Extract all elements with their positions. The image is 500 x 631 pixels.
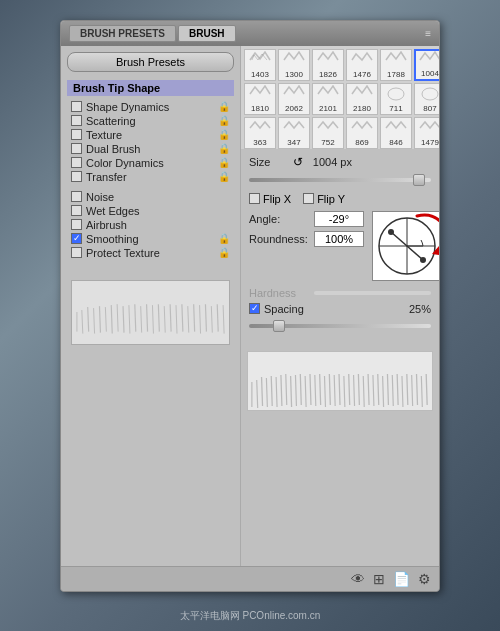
brush-cell-1479[interactable]: 1479 bbox=[414, 117, 439, 149]
svg-line-18 bbox=[182, 304, 183, 331]
option-shape-dynamics[interactable]: Shape Dynamics 🔒 bbox=[67, 100, 234, 114]
lock-icon-transfer: 🔒 bbox=[218, 171, 230, 182]
option-wet-edges[interactable]: Wet Edges bbox=[67, 204, 234, 218]
spacing-slider-container[interactable] bbox=[249, 319, 431, 333]
angle-input[interactable] bbox=[314, 211, 364, 227]
panel-menu-icon[interactable]: ≡ bbox=[425, 28, 431, 39]
svg-line-46 bbox=[305, 376, 306, 407]
hardness-slider[interactable] bbox=[314, 291, 431, 295]
brush-cell-1810[interactable]: 1810 bbox=[244, 83, 276, 115]
spacing-slider-thumb[interactable] bbox=[273, 320, 285, 332]
brush-preview-807 bbox=[416, 84, 439, 104]
label-dual-brush: Dual Brush bbox=[86, 143, 140, 155]
svg-line-55 bbox=[349, 374, 350, 405]
svg-line-52 bbox=[334, 375, 335, 406]
brush-size-1810: 1810 bbox=[251, 104, 269, 113]
hardness-label: Hardness bbox=[249, 287, 314, 299]
brush-cell-1476[interactable]: 1476 bbox=[346, 49, 378, 81]
checkbox-texture[interactable] bbox=[71, 129, 82, 140]
brush-cell-1004[interactable]: 1004 bbox=[414, 49, 439, 81]
brush-cell-1300[interactable]: 1300 bbox=[278, 49, 310, 81]
right-controls: Size ↺ 1004 px Flip X Flip Y bbox=[241, 149, 439, 347]
checkbox-shape-dynamics[interactable] bbox=[71, 101, 82, 112]
checkbox-flip-x[interactable] bbox=[249, 193, 260, 204]
svg-line-61 bbox=[378, 374, 379, 405]
checkbox-wet-edges[interactable] bbox=[71, 205, 82, 216]
size-row: Size ↺ 1004 px bbox=[249, 155, 431, 169]
brush-preview-1810 bbox=[246, 84, 274, 104]
option-noise[interactable]: Noise bbox=[67, 190, 234, 204]
reset-size-icon[interactable]: ↺ bbox=[293, 155, 303, 169]
option-texture[interactable]: Texture 🔒 bbox=[67, 128, 234, 142]
option-dual-brush[interactable]: Dual Brush 🔒 bbox=[67, 142, 234, 156]
checkbox-protect-texture[interactable] bbox=[71, 247, 82, 258]
svg-line-13 bbox=[152, 305, 153, 333]
grid-icon[interactable]: ⊞ bbox=[373, 571, 385, 587]
brush-cell-846[interactable]: 846 bbox=[380, 117, 412, 149]
document-icon[interactable]: 📄 bbox=[393, 571, 410, 587]
brush-cell-363[interactable]: 363 bbox=[244, 117, 276, 149]
brush-cell-2062[interactable]: 2062 bbox=[278, 83, 310, 115]
svg-line-22 bbox=[205, 304, 206, 331]
eye-icon[interactable]: 👁 bbox=[351, 571, 365, 587]
checkbox-flip-y[interactable] bbox=[303, 193, 314, 204]
roundness-input[interactable] bbox=[314, 231, 364, 247]
tab-brush-presets[interactable]: BRUSH PRESETS bbox=[69, 25, 176, 42]
brush-preview-846 bbox=[382, 118, 410, 138]
label-airbrush: Airbrush bbox=[86, 219, 127, 231]
size-slider-container[interactable] bbox=[249, 173, 431, 187]
svg-line-24 bbox=[217, 304, 218, 331]
size-slider-thumb[interactable] bbox=[413, 174, 425, 186]
option-scattering[interactable]: Scattering 🔒 bbox=[67, 114, 234, 128]
svg-line-54 bbox=[344, 376, 345, 407]
flip-y-option[interactable]: Flip Y bbox=[303, 193, 345, 205]
flip-x-option[interactable]: Flip X bbox=[249, 193, 291, 205]
brush-cell-1403[interactable]: 1403 bbox=[244, 49, 276, 81]
brush-presets-button[interactable]: Brush Presets bbox=[67, 52, 234, 72]
option-transfer[interactable]: Transfer 🔒 bbox=[67, 170, 234, 184]
brush-cell-2101[interactable]: 2101 bbox=[312, 83, 344, 115]
svg-line-14 bbox=[158, 304, 159, 331]
brush-cell-869[interactable]: 869 bbox=[346, 117, 378, 149]
brush-preview-347 bbox=[280, 118, 308, 138]
lock-icon-smoothing: 🔒 bbox=[218, 233, 230, 244]
svg-line-40 bbox=[276, 377, 277, 407]
brush-diagram-svg bbox=[373, 212, 439, 280]
brush-diagram-wrapper bbox=[372, 211, 439, 281]
checkbox-transfer[interactable] bbox=[71, 171, 82, 182]
brush-size-846: 846 bbox=[389, 138, 402, 147]
brush-preview-1479 bbox=[416, 118, 439, 138]
brush-cell-347[interactable]: 347 bbox=[278, 117, 310, 149]
tab-brush[interactable]: BRUSH bbox=[178, 25, 236, 42]
option-smoothing[interactable]: Smoothing 🔒 bbox=[67, 232, 234, 246]
panel-body: Brush Presets Brush Tip Shape Shape Dyna… bbox=[61, 46, 439, 566]
angle-roundness-controls: Angle: Roundness: bbox=[249, 211, 364, 281]
svg-line-51 bbox=[329, 374, 330, 405]
settings-icon[interactable]: ⚙ bbox=[418, 571, 431, 587]
lock-icon-texture: 🔒 bbox=[218, 129, 230, 140]
checkbox-noise[interactable] bbox=[71, 191, 82, 202]
label-smoothing: Smoothing bbox=[86, 233, 139, 245]
option-protect-texture[interactable]: Protect Texture 🔒 bbox=[67, 246, 234, 260]
brush-cell-1826[interactable]: 1826 bbox=[312, 49, 344, 81]
option-color-dynamics[interactable]: Color Dynamics 🔒 bbox=[67, 156, 234, 170]
checkbox-scattering[interactable] bbox=[71, 115, 82, 126]
brush-preview-1004 bbox=[416, 51, 439, 69]
checkbox-smoothing[interactable] bbox=[71, 233, 82, 244]
svg-line-37 bbox=[262, 377, 263, 406]
checkbox-airbrush[interactable] bbox=[71, 219, 82, 230]
option-airbrush[interactable]: Airbrush bbox=[67, 218, 234, 232]
checkbox-spacing[interactable] bbox=[249, 303, 260, 314]
svg-line-62 bbox=[383, 376, 384, 407]
brush-cell-711[interactable]: 711 bbox=[380, 83, 412, 115]
checkbox-color-dynamics[interactable] bbox=[71, 157, 82, 168]
svg-line-58 bbox=[363, 376, 364, 407]
brush-cell-1788[interactable]: 1788 bbox=[380, 49, 412, 81]
brush-cell-752[interactable]: 752 bbox=[312, 117, 344, 149]
brush-cell-807[interactable]: 807 bbox=[414, 83, 439, 115]
brush-preview-2101 bbox=[314, 84, 342, 104]
svg-line-38 bbox=[266, 378, 267, 407]
checkbox-dual-brush[interactable] bbox=[71, 143, 82, 154]
brush-size-2062: 2062 bbox=[285, 104, 303, 113]
brush-cell-2180[interactable]: 2180 bbox=[346, 83, 378, 115]
